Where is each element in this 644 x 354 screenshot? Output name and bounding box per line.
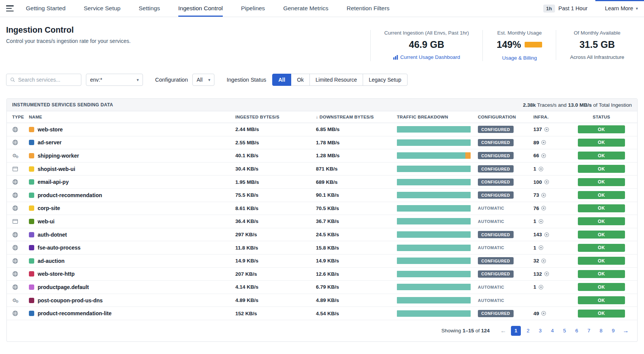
table-row[interactable]: productpage.default 4.14 KB/s 6.79 KB/s … [7, 281, 637, 294]
status-badge[interactable]: OK [578, 270, 625, 278]
page-button-2[interactable]: 2 [523, 326, 533, 336]
stat-label: Of Monthly Available [570, 30, 624, 36]
page-button-1[interactable]: 1 [511, 326, 521, 336]
usage-billing-link[interactable]: Usage & Billing [502, 55, 537, 61]
table-row[interactable]: email-api-py 1.95 MB/s 689 KB/s CONFIGUR… [7, 175, 637, 189]
table-row[interactable]: auth-dotnet 297 KB/s 24.5 KB/s CONFIGURE… [7, 228, 637, 242]
status-filter-all[interactable]: All [272, 74, 291, 86]
status-badge[interactable]: OK [578, 139, 625, 147]
service-name[interactable]: productpage.default [38, 284, 89, 290]
configuration-filter-select[interactable]: All ▾ [192, 74, 214, 86]
tab-generate-metrics[interactable]: Generate Metrics [283, 0, 328, 17]
tab-getting-started[interactable]: Getting Started [26, 0, 65, 17]
page-button-7[interactable]: 7 [584, 326, 594, 336]
page-button-8[interactable]: 8 [596, 326, 606, 336]
infra-cell: 76 [533, 205, 571, 211]
ingested-bytes-value: 14.9 KB/s [235, 258, 316, 264]
status-badge[interactable]: OK [578, 204, 625, 212]
service-name[interactable]: email-api-py [38, 179, 69, 185]
status-filter-limited-resource[interactable]: Limited Resource [309, 74, 363, 86]
service-name[interactable]: shipping-worker [38, 153, 79, 159]
services-table-panel: INSTRUMENTED SERVICES SENDING DATA 2.38k… [6, 98, 638, 342]
status-badge[interactable]: OK [578, 296, 625, 304]
stat-monthly-usage: Est. Monthly Usage 149% Usage & Billing [482, 30, 556, 61]
service-name[interactable]: web-store [38, 126, 63, 133]
status-filter-ok[interactable]: Ok [291, 74, 310, 86]
service-color-square [29, 311, 34, 316]
prev-page-arrow-icon[interactable]: ← [498, 327, 509, 334]
table-row[interactable]: product-recommendation-lite 152 KB/s 4.5… [7, 307, 637, 320]
tab-ingestion-control[interactable]: Ingestion Control [178, 0, 223, 17]
column-header-name[interactable]: NAME [29, 115, 235, 119]
ingestion-status-label: Ingestion Status [227, 77, 266, 83]
time-range-badge[interactable]: 1h [543, 5, 555, 13]
table-row[interactable]: ⚙⚙ shipping-worker 40.1 KB/s 1.28 MB/s C… [7, 149, 637, 163]
tab-service-setup[interactable]: Service Setup [84, 0, 121, 17]
status-badge[interactable]: OK [578, 231, 625, 239]
service-name[interactable]: shopist-web-ui [38, 166, 75, 172]
menu-icon[interactable] [6, 5, 14, 11]
status-badge[interactable]: OK [578, 244, 625, 252]
table-row[interactable]: corp-site 8.61 KB/s 70.5 KB/s AUTOMATIC … [7, 202, 637, 215]
host-icon [544, 179, 549, 185]
service-name[interactable]: fse-auto-process [38, 245, 81, 251]
service-name[interactable]: web-ui [38, 218, 54, 224]
infra-cell: 73 [533, 192, 571, 198]
tab-retention-filters[interactable]: Retention Filters [347, 0, 390, 17]
column-header-infra[interactable]: INFRA. [533, 115, 571, 119]
table-row[interactable]: ad-server 2.55 MB/s 1.78 MB/s CONFIGURED… [7, 136, 637, 150]
infra-cell: 100 [533, 179, 571, 185]
service-name[interactable]: product-recommendation [38, 192, 102, 198]
status-badge[interactable]: OK [578, 178, 625, 186]
status-badge[interactable]: OK [578, 257, 625, 265]
env-filter-select[interactable]: env:* ▾ [86, 74, 143, 86]
status-badge[interactable]: OK [578, 310, 625, 318]
status-filter-legacy-setup[interactable]: Legacy Setup [363, 74, 408, 86]
service-name[interactable]: web-store-http [38, 271, 75, 277]
service-name[interactable]: post-coupon-prod-us-dns [38, 297, 103, 303]
current-usage-dashboard-link[interactable]: Current Usage Dashboard [393, 54, 460, 60]
service-name[interactable]: product-recommendation-lite [38, 310, 111, 316]
time-range-label[interactable]: Past 1 Hour [558, 5, 588, 11]
table-row[interactable]: product-recommendation 75.5 KB/s 90.1 KB… [7, 189, 637, 202]
page-button-6[interactable]: 6 [572, 326, 582, 336]
column-header-downstream-sorted[interactable]: ↓ DOWNSTREAM BYTES/S [316, 115, 397, 119]
service-name[interactable]: ad-auction [38, 258, 65, 264]
column-header-type[interactable]: TYPE [12, 115, 29, 119]
configured-badge: CONFIGURED [478, 165, 514, 172]
downstream-bytes-value: 1.78 MB/s [316, 140, 397, 145]
infra-count: 132 [533, 271, 542, 277]
next-page-arrow-icon[interactable]: → [620, 327, 631, 334]
tab-settings[interactable]: Settings [139, 0, 160, 17]
learn-more-button[interactable]: Learn More ▾ [605, 5, 638, 11]
table-row[interactable]: shopist-web-ui 30.4 KB/s 871 KB/s CONFIG… [7, 163, 637, 176]
page-button-4[interactable]: 4 [547, 326, 557, 336]
status-badge[interactable]: OK [578, 283, 625, 291]
column-header-status[interactable]: STATUS [571, 115, 632, 119]
tab-pipelines[interactable]: Pipelines [241, 0, 265, 17]
service-name[interactable]: ad-server [38, 139, 62, 145]
table-row[interactable]: web-store-http 207 KB/s 12.6 KB/s CONFIG… [7, 268, 637, 281]
column-header-traffic[interactable]: TRAFFIC BREAKDOWN [397, 115, 478, 119]
table-row[interactable]: web-store 2.44 MB/s 6.85 MB/s CONFIGURED… [7, 123, 637, 136]
column-header-ingested[interactable]: INGESTED BYTES/S [235, 115, 316, 119]
status-badge[interactable]: OK [578, 165, 625, 173]
service-name[interactable]: auth-dotnet [38, 232, 67, 238]
table-row[interactable]: ad-auction 14.9 KB/s 14.9 KB/s CONFIGURE… [7, 254, 637, 268]
search-input[interactable] [18, 77, 77, 83]
status-badge[interactable]: OK [578, 125, 625, 133]
table-title: INSTRUMENTED SERVICES SENDING DATA [12, 102, 113, 107]
column-header-configuration[interactable]: CONFIGURATION [478, 115, 533, 119]
page-button-5[interactable]: 5 [560, 326, 569, 336]
page-button-9[interactable]: 9 [608, 326, 618, 336]
status-badge[interactable]: OK [578, 191, 625, 199]
table-row[interactable]: web-ui 36.4 KB/s 36.7 KB/s AUTOMATIC 1 O… [7, 215, 637, 228]
page-button-3[interactable]: 3 [535, 326, 545, 336]
table-row[interactable]: fse-auto-process 11.8 KB/s 15.8 KB/s AUT… [7, 241, 637, 254]
status-badge[interactable]: OK [578, 217, 625, 225]
service-color-square [29, 284, 34, 290]
ingested-bytes-value: 2.44 MB/s [235, 126, 316, 132]
status-badge[interactable]: OK [578, 152, 625, 160]
service-name[interactable]: corp-site [38, 205, 60, 211]
table-row[interactable]: ⚙⚙ post-coupon-prod-us-dns 4.89 KB/s 4.8… [7, 294, 637, 307]
